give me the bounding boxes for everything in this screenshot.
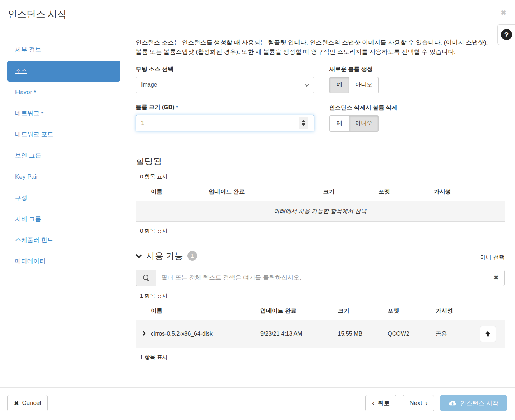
allocate-item-button[interactable] <box>480 326 496 342</box>
allocated-count-bottom: 0 항목 표시 <box>140 228 505 234</box>
image-actions-cell <box>477 320 505 348</box>
available-col-updated: 업데이트 완료 <box>258 303 335 320</box>
step-description: 인스턴스 소스는 인스턴스를 생성할 때 사용되는 템플릿 입니다. 인스턴스의… <box>136 38 495 57</box>
volume-size-input[interactable] <box>136 115 314 131</box>
available-count-badge: 1 <box>187 251 197 261</box>
chevron-down-icon <box>304 81 309 87</box>
available-col-name: 이름 <box>136 303 258 320</box>
create-volume-field: 새로운 볼륨 생성 예 아니오 <box>329 66 505 93</box>
allocated-col-visibility: 가시성 <box>431 184 505 201</box>
dialog-header: 인스턴스 시작 ✖ <box>0 0 515 27</box>
step-metadata[interactable]: 메타데이터 <box>7 251 120 272</box>
available-count-top: 1 항목 표시 <box>140 293 505 299</box>
step-flavor[interactable]: Flavor* <box>7 82 120 103</box>
cloud-upload-icon <box>449 400 457 406</box>
available-col-size: 크기 <box>335 303 385 320</box>
dialog-title: 인스턴스 시작 <box>8 8 506 20</box>
clear-search-icon[interactable]: ✖ <box>488 270 504 286</box>
allocated-col-size: 크기 <box>320 184 375 201</box>
required-asterisk: * <box>176 104 178 110</box>
step-configuration[interactable]: 구성 <box>7 188 120 209</box>
number-spinner[interactable] <box>299 117 308 129</box>
image-visibility: 공용 <box>433 320 477 348</box>
step-server-groups[interactable]: 서버 그룹 <box>7 209 120 230</box>
available-table: 이름 업데이트 완료 크기 포멧 가시성 cirros-0.5.2-x86_64… <box>136 303 505 348</box>
volume-size-field: 볼륨 크기 (GB)* <box>136 104 314 131</box>
volume-size-label: 볼륨 크기 (GB)* <box>136 104 314 111</box>
dialog-footer: ✖ Cancel ‹ 뒤로 Next › 인스턴스 시작 <box>0 387 515 420</box>
image-format: QCOW2 <box>385 320 433 348</box>
required-asterisk: * <box>34 89 36 95</box>
available-title: 사용 가능 <box>146 250 183 262</box>
launch-instance-dialog: 인스턴스 시작 ✖ ? 세부 정보 소스 Flavor* 네트워크* 네트워크 … <box>0 0 515 420</box>
allocated-empty-row: 아래에서 사용 가능한 항목에서 선택 <box>136 201 505 221</box>
delete-volume-toggle: 예 아니오 <box>329 115 379 132</box>
select-one-hint: 하나 선택 <box>480 254 505 261</box>
arrow-up-icon <box>484 331 491 337</box>
cancel-button[interactable]: ✖ Cancel <box>7 395 48 411</box>
allocated-col-format: 포멧 <box>376 184 431 201</box>
step-scheduler-hints[interactable]: 스케줄러 힌트 <box>7 230 120 251</box>
next-button[interactable]: Next › <box>403 395 434 411</box>
launch-instance-button[interactable]: 인스턴스 시작 <box>440 395 507 411</box>
step-details[interactable]: 세부 정보 <box>7 39 120 61</box>
available-header: 사용 가능 1 하나 선택 <box>136 250 505 262</box>
allocated-col-updated: 업데이트 완료 <box>206 184 320 201</box>
boot-source-field: 부팅 소스 선택 Image <box>136 66 314 93</box>
available-col-actions <box>477 303 505 320</box>
collapse-chevron-icon[interactable] <box>135 252 142 258</box>
allocated-table: 이름 업데이트 완료 크기 포멧 가시성 아래에서 사용 가능한 항목에서 선택 <box>136 184 505 222</box>
filter-search-input[interactable] <box>156 270 488 286</box>
dialog-body: 세부 정보 소스 Flavor* 네트워크* 네트워크 포트 보안 그룹 Key… <box>0 27 515 361</box>
close-icon[interactable]: ✖ <box>501 9 506 16</box>
available-col-visibility: 가시성 <box>433 303 477 320</box>
allocated-empty-text: 아래에서 사용 가능한 항목에서 선택 <box>136 201 505 221</box>
image-updated: 9/23/21 4:13 AM <box>258 320 335 348</box>
filter-search-bar: ✖ <box>136 270 505 286</box>
expand-chevron-icon[interactable] <box>141 331 146 336</box>
spinner-down-icon[interactable] <box>302 123 305 126</box>
step-security-groups[interactable]: 보안 그룹 <box>7 145 120 167</box>
delete-volume-yes-button[interactable]: 예 <box>329 115 349 132</box>
back-button[interactable]: ‹ 뒤로 <box>365 395 396 411</box>
table-row: cirros-0.5.2-x86_64-disk 9/23/21 4:13 AM… <box>136 320 505 348</box>
image-size: 15.55 MB <box>335 320 385 348</box>
create-volume-yes-button[interactable]: 예 <box>329 77 349 93</box>
boot-source-select[interactable]: Image <box>136 77 314 93</box>
step-source[interactable]: 소스 <box>7 61 120 82</box>
available-col-format: 포멧 <box>385 303 433 320</box>
create-volume-no-button[interactable]: 아니오 <box>349 77 379 93</box>
boot-source-label: 부팅 소스 선택 <box>136 66 314 73</box>
delete-volume-no-button[interactable]: 아니오 <box>349 115 379 132</box>
image-name-cell: cirros-0.5.2-x86_64-disk <box>136 320 258 348</box>
step-network-ports[interactable]: 네트워크 포트 <box>7 124 120 145</box>
search-addon <box>136 270 156 286</box>
delete-volume-label: 인스턴스 삭제시 볼륨 삭제 <box>329 104 505 112</box>
wizard-step-nav: 세부 정보 소스 Flavor* 네트워크* 네트워크 포트 보안 그룹 Key… <box>7 38 120 361</box>
image-name: cirros-0.5.2-x86_64-disk <box>151 331 213 337</box>
available-count-bottom: 1 항목 표시 <box>140 354 505 361</box>
allocated-title: 할당됨 <box>136 155 505 167</box>
chevron-right-icon: › <box>425 400 427 407</box>
chevron-left-icon: ‹ <box>372 400 374 407</box>
spinner-up-icon[interactable] <box>302 120 305 122</box>
create-volume-label: 새로운 볼륨 생성 <box>329 66 505 73</box>
step-key-pair[interactable]: Key Pair <box>7 167 120 188</box>
question-mark-icon: ? <box>501 29 512 40</box>
x-icon: ✖ <box>14 400 19 407</box>
source-step-content: 인스턴스 소스는 인스턴스를 생성할 때 사용되는 템플릿 입니다. 인스턴스의… <box>136 38 505 361</box>
create-volume-toggle: 예 아니오 <box>329 77 379 93</box>
search-icon <box>143 274 150 281</box>
allocated-count-top: 0 항목 표시 <box>140 173 505 180</box>
boot-source-value: Image <box>141 81 157 88</box>
source-form: 부팅 소스 선택 Image 볼륨 크기 (GB)* <box>136 66 505 143</box>
delete-volume-field: 인스턴스 삭제시 볼륨 삭제 예 아니오 <box>329 104 505 132</box>
help-button[interactable]: ? <box>497 24 515 45</box>
step-network[interactable]: 네트워크* <box>7 103 120 124</box>
required-asterisk: * <box>41 110 43 116</box>
allocated-col-name: 이름 <box>136 184 206 201</box>
